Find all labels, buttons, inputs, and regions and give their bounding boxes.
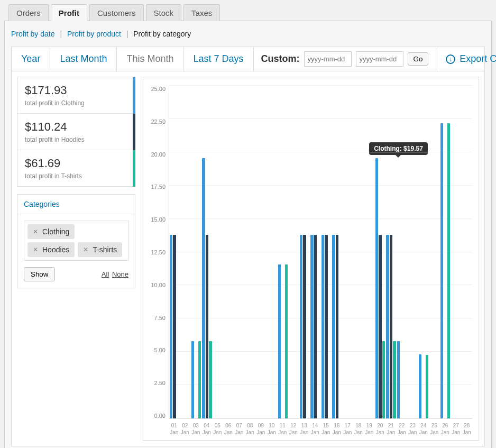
chart-bar[interactable] [419,354,422,418]
category-chip[interactable]: ✕T-shirts [78,242,122,257]
stat-stripe [133,150,135,187]
range-last-7-days[interactable]: Last 7 Days [183,47,253,71]
tab-orders[interactable]: Orders [8,4,49,21]
x-tick-label: 28Jan [462,419,473,436]
tab-stock[interactable]: Stock [146,4,182,21]
y-tick-label: 7.50 [154,315,166,321]
chart-bar[interactable] [379,235,382,418]
y-tick-label: 0.00 [154,413,166,419]
chart-bar[interactable] [336,235,339,418]
chart-day-column [462,86,472,418]
chart-bar[interactable] [173,235,176,418]
x-tick-label: 17Jan [342,419,353,436]
chart-day-column [310,86,320,418]
stat-amount: $171.93 [25,84,127,97]
chart-day-column [213,86,223,418]
x-tick-label: 01Jan [169,419,180,436]
stat-item[interactable]: $171.93total profit in Clothing [17,77,135,114]
chart-bar[interactable] [198,341,201,418]
chart-day-column [256,86,267,418]
x-tick-label: 07Jan [234,419,245,436]
chart-bar[interactable] [322,235,325,418]
chart-bar[interactable] [325,235,328,418]
stat-item[interactable]: $110.24total profit in Hoodies [17,114,135,150]
chart-bar[interactable] [206,235,209,418]
subnav-profit-by-date[interactable]: Profit by date [11,30,55,38]
chart-day-column [180,86,190,418]
chart-bar[interactable] [393,341,396,418]
tab-profit[interactable]: Profit [51,4,87,21]
chart-bar[interactable] [209,341,212,418]
range-year[interactable]: Year [12,47,50,71]
filter-none-link[interactable]: None [112,270,128,278]
chart-bar[interactable] [382,341,385,418]
chart-day-column [201,86,212,418]
stat-item[interactable]: $61.69total profit in T-shirts [17,150,135,186]
chart-day-column [364,86,374,418]
chart-day-column [353,86,364,418]
chart-bar[interactable] [426,355,429,418]
tab-taxes[interactable]: Taxes [183,4,220,21]
x-tick-label: 06Jan [223,419,234,436]
chart-day-column [407,86,418,418]
y-tick-label: 17.50 [151,184,166,190]
chart-day-column [332,86,342,418]
x-tick-label: 24Jan [418,419,429,436]
chart-day-column [375,86,385,418]
filter-all-link[interactable]: All [102,270,109,278]
y-tick-label: 25.00 [151,86,166,92]
show-button[interactable]: Show [24,267,55,281]
chart-bar[interactable] [332,235,335,418]
x-tick-label: 12Jan [288,419,299,436]
custom-date-from[interactable] [304,51,352,67]
chip-remove-icon[interactable]: ✕ [83,246,88,253]
x-axis: 01Jan02Jan03Jan04Jan05Jan06Jan07Jan08Jan… [169,419,472,436]
chart-day-column [343,86,353,418]
custom-date-to[interactable] [356,51,403,67]
subnav-profit-by-product[interactable]: Profit by product [67,30,121,38]
stat-amount: $110.24 [25,120,127,134]
chart-bar[interactable] [390,235,393,418]
x-tick-label: 27Jan [451,419,462,436]
side-column: $171.93total profit in Clothing$110.24to… [17,77,135,288]
download-icon: ↓ [446,54,455,64]
chart-bar[interactable] [447,123,451,418]
category-chip[interactable]: ✕Hoodies [27,242,75,257]
stat-label: total profit in Hoodies [25,136,127,143]
range-this-month[interactable]: This Month [117,47,183,71]
category-chip[interactable]: ✕Clothing [27,224,75,239]
y-tick-label: 5.00 [154,347,166,353]
chart-bar[interactable] [440,123,444,418]
stat-label: total profit in Clothing [25,99,127,107]
chart-bar[interactable] [278,264,281,418]
x-tick-label: 18Jan [353,419,364,436]
x-tick-label: 11Jan [277,419,288,436]
chart-bar[interactable] [386,235,389,418]
tab-customers[interactable]: Customers [89,4,144,21]
stat-stripe [133,77,135,114]
subnav-profit-by-category: Profit by category [133,30,191,38]
chart-bar[interactable] [397,341,400,418]
chart-bar[interactable] [285,264,288,418]
export-csv-button[interactable]: ↓ Export CSV [436,47,496,71]
chart-bar[interactable] [375,158,379,418]
x-tick-label: 26Jan [440,419,451,436]
chart-bar[interactable] [314,235,317,418]
y-tick-label: 15.00 [151,216,166,223]
chart-bar[interactable] [202,158,205,418]
chart-bar[interactable] [310,235,314,418]
chart-bar[interactable] [170,235,173,418]
range-last-month[interactable]: Last Month [50,47,117,71]
x-tick-label: 15Jan [320,419,332,436]
chart-bar[interactable] [303,235,306,418]
chart-day-column [385,86,396,418]
x-tick-label: 10Jan [267,419,278,436]
chart-day-column [299,86,310,418]
chart-bar[interactable] [191,341,195,418]
x-tick-label: 14Jan [310,419,321,436]
chart-day-column [429,86,439,418]
chip-remove-icon[interactable]: ✕ [33,246,38,253]
go-button[interactable]: Go [408,52,429,66]
chip-remove-icon[interactable]: ✕ [33,228,38,235]
chart-bar[interactable] [300,235,303,418]
